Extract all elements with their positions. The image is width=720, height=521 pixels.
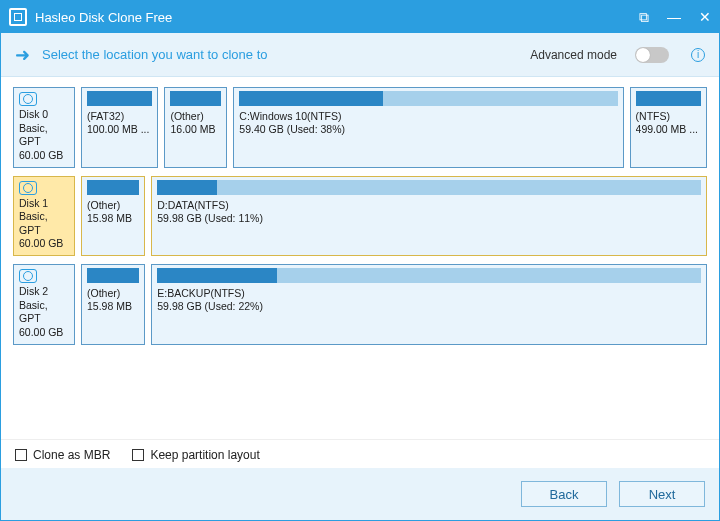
window-buttons: ⧉ — ✕ <box>639 9 711 26</box>
partition[interactable]: (Other)15.98 MB <box>81 176 145 257</box>
disk-header[interactable]: Disk 1Basic, GPT60.00 GB <box>13 176 75 257</box>
disk-name: Disk 0 <box>19 108 69 122</box>
disk-list: Disk 0Basic, GPT60.00 GB(FAT32)100.00 MB… <box>1 77 719 439</box>
disk-icon <box>19 269 37 283</box>
partition-label: (Other) <box>87 287 139 300</box>
advanced-mode-toggle[interactable] <box>635 47 669 63</box>
disk-icon <box>19 181 37 195</box>
partition-sub: 15.98 MB <box>87 300 139 313</box>
disk-name: Disk 1 <box>19 197 69 211</box>
partition-label: (NTFS) <box>636 110 701 123</box>
instruction-text: Select the location you want to clone to <box>42 47 518 62</box>
partition-sub: 59.98 GB (Used: 11%) <box>157 212 701 225</box>
partition-group: (Other)15.98 MBE:BACKUP(NTFS)59.98 GB (U… <box>81 264 707 345</box>
keep-partition-layout-checkbox[interactable]: Keep partition layout <box>132 448 259 462</box>
partition[interactable]: (Other)15.98 MB <box>81 264 145 345</box>
partition-label: C:Windows 10(NTFS) <box>239 110 617 123</box>
step-arrow-icon: ➜ <box>15 44 30 66</box>
partition[interactable]: D:DATA(NTFS)59.98 GB (Used: 11%) <box>151 176 707 257</box>
usage-bar <box>239 91 617 106</box>
partition-sub: 499.00 MB ... <box>636 123 701 136</box>
info-icon[interactable]: i <box>691 48 705 62</box>
disk-row[interactable]: Disk 1Basic, GPT60.00 GB(Other)15.98 MBD… <box>13 176 707 257</box>
partition-sub: 100.00 MB ... <box>87 123 152 136</box>
partition[interactable]: (FAT32)100.00 MB ... <box>81 87 158 168</box>
app-icon <box>9 8 27 26</box>
keep-partition-layout-label: Keep partition layout <box>150 448 259 462</box>
partition-label: D:DATA(NTFS) <box>157 199 701 212</box>
partition-group: (Other)15.98 MBD:DATA(NTFS)59.98 GB (Use… <box>81 176 707 257</box>
titlebar: Hasleo Disk Clone Free ⧉ — ✕ <box>1 1 719 33</box>
partition-label: E:BACKUP(NTFS) <box>157 287 701 300</box>
usage-bar <box>636 91 701 106</box>
disk-size: 60.00 GB <box>19 149 69 163</box>
partition[interactable]: (Other)16.00 MB <box>164 87 227 168</box>
disk-size: 60.00 GB <box>19 326 69 340</box>
disk-row[interactable]: Disk 0Basic, GPT60.00 GB(FAT32)100.00 MB… <box>13 87 707 168</box>
partition-sub: 59.40 GB (Used: 38%) <box>239 123 617 136</box>
partition[interactable]: E:BACKUP(NTFS)59.98 GB (Used: 22%) <box>151 264 707 345</box>
partition-label: (Other) <box>87 199 139 212</box>
checkbox-icon <box>132 449 144 461</box>
partition[interactable]: C:Windows 10(NTFS)59.40 GB (Used: 38%) <box>233 87 623 168</box>
partition-sub: 59.98 GB (Used: 22%) <box>157 300 701 313</box>
next-button[interactable]: Next <box>619 481 705 507</box>
close-icon[interactable]: ✕ <box>699 9 711 25</box>
usage-bar <box>87 180 139 195</box>
usage-bar <box>157 180 701 195</box>
checkbox-icon <box>15 449 27 461</box>
partition-label: (Other) <box>170 110 221 123</box>
app-title: Hasleo Disk Clone Free <box>35 10 639 25</box>
instruction-bar: ➜ Select the location you want to clone … <box>1 33 719 77</box>
clone-as-mbr-checkbox[interactable]: Clone as MBR <box>15 448 110 462</box>
usage-bar <box>170 91 221 106</box>
disk-icon <box>19 92 37 106</box>
disk-header[interactable]: Disk 2Basic, GPT60.00 GB <box>13 264 75 345</box>
footer: Back Next <box>1 468 719 520</box>
disk-type: Basic, GPT <box>19 299 69 326</box>
partition-label: (FAT32) <box>87 110 152 123</box>
partition-group: (FAT32)100.00 MB ...(Other)16.00 MBC:Win… <box>81 87 707 168</box>
disk-row[interactable]: Disk 2Basic, GPT60.00 GB(Other)15.98 MBE… <box>13 264 707 345</box>
app-window: Hasleo Disk Clone Free ⧉ — ✕ ➜ Select th… <box>0 0 720 521</box>
disk-name: Disk 2 <box>19 285 69 299</box>
partition-sub: 16.00 MB <box>170 123 221 136</box>
usage-bar <box>87 268 139 283</box>
usage-bar <box>87 91 152 106</box>
options-row: Clone as MBR Keep partition layout <box>1 439 719 468</box>
disk-type: Basic, GPT <box>19 210 69 237</box>
disk-type: Basic, GPT <box>19 122 69 149</box>
usage-bar <box>157 268 701 283</box>
disk-header[interactable]: Disk 0Basic, GPT60.00 GB <box>13 87 75 168</box>
advanced-mode-label: Advanced mode <box>530 48 617 62</box>
clone-as-mbr-label: Clone as MBR <box>33 448 110 462</box>
partition[interactable]: (NTFS)499.00 MB ... <box>630 87 707 168</box>
restore-icon[interactable]: ⧉ <box>639 9 649 26</box>
minimize-icon[interactable]: — <box>667 9 681 25</box>
disk-size: 60.00 GB <box>19 237 69 251</box>
partition-sub: 15.98 MB <box>87 212 139 225</box>
back-button[interactable]: Back <box>521 481 607 507</box>
